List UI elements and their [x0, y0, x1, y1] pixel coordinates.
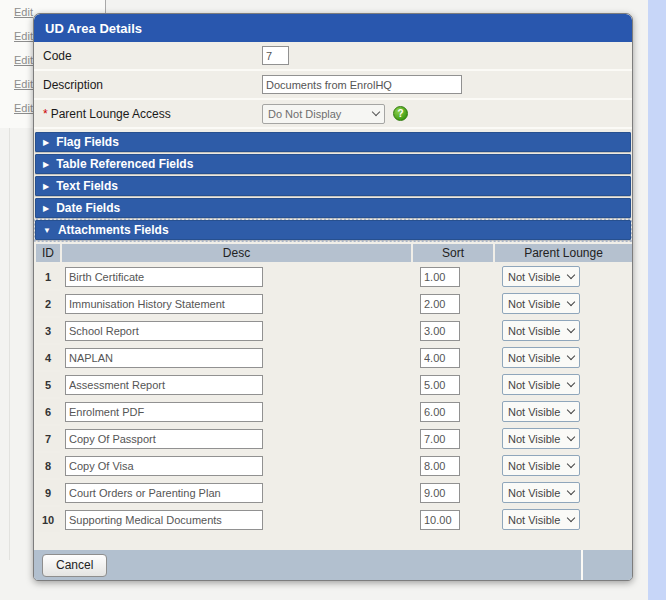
row-sort-cell [413, 453, 493, 478]
row-parent-lounge-selected-value: Not Visible [508, 352, 560, 364]
row-parent-lounge-selected-value: Not Visible [508, 487, 560, 499]
row-id: 9 [36, 480, 60, 505]
row-parent-lounge-selected-value: Not Visible [508, 325, 560, 337]
triangle-right-icon: ▶ [43, 182, 49, 191]
row-parent-lounge-cell: Not Visible [495, 264, 632, 289]
row-desc-input[interactable] [65, 348, 263, 368]
row-desc-input[interactable] [65, 375, 263, 395]
section-label: Text Fields [56, 179, 118, 193]
row-desc-cell [62, 399, 411, 424]
row-desc-cell [62, 453, 411, 478]
code-input[interactable] [262, 46, 289, 65]
chevron-down-icon [567, 325, 575, 333]
row-parent-lounge-select[interactable]: Not Visible [502, 401, 580, 422]
section-bar-text-fields[interactable]: ▶Text Fields [35, 176, 631, 196]
row-sort-input[interactable] [420, 348, 460, 368]
row-sort-cell [413, 291, 493, 316]
column-header-desc: Desc [62, 244, 411, 262]
row-desc-input[interactable] [65, 483, 263, 503]
row-parent-lounge-select[interactable]: Not Visible [502, 347, 580, 368]
row-desc-cell [62, 426, 411, 451]
row-desc-input[interactable] [65, 402, 263, 422]
row-parent-lounge-cell: Not Visible [495, 318, 632, 343]
row-parent-lounge-select[interactable]: Not Visible [502, 293, 580, 314]
chevron-down-icon [567, 487, 575, 495]
scrollbar-strip[interactable] [648, 0, 666, 600]
section-bar-flag-fields[interactable]: ▶Flag Fields [35, 132, 631, 152]
row-sort-input[interactable] [420, 267, 460, 287]
cancel-button[interactable]: Cancel [42, 554, 107, 577]
row-parent-lounge-cell: Not Visible [495, 453, 632, 478]
row-parent-lounge-selected-value: Not Visible [508, 271, 560, 283]
row-sort-input[interactable] [420, 510, 460, 530]
row-parent-lounge-select[interactable]: Not Visible [502, 320, 580, 341]
triangle-right-icon: ▶ [43, 204, 49, 213]
section-bar-attachments-fields[interactable]: ▼Attachments Fields [35, 220, 631, 240]
help-icon[interactable]: ? [393, 106, 408, 121]
row-sort-input[interactable] [420, 321, 460, 341]
row-parent-lounge-cell: Not Visible [495, 399, 632, 424]
chevron-down-icon [567, 379, 575, 387]
row-parent-lounge-select[interactable]: Not Visible [502, 374, 580, 395]
description-input[interactable] [262, 75, 462, 94]
section-label: Table Referenced Fields [56, 157, 193, 171]
row-sort-cell [413, 480, 493, 505]
ud-area-details-dialog: UD Area Details Code Description *Parent… [33, 13, 633, 581]
row-desc-input[interactable] [65, 429, 263, 449]
row-sort-input[interactable] [420, 375, 460, 395]
section-bar-date-fields[interactable]: ▶Date Fields [35, 198, 631, 218]
row-sort-cell [413, 399, 493, 424]
row-sort-cell [413, 507, 493, 532]
attachment-row: 6Not Visible [36, 399, 632, 424]
row-parent-lounge-cell: Not Visible [495, 345, 632, 370]
row-sort-input[interactable] [420, 483, 460, 503]
chevron-down-icon [567, 271, 575, 279]
section-bar-table-referenced-fields[interactable]: ▶Table Referenced Fields [35, 154, 631, 174]
column-header-sort: Sort [413, 244, 493, 262]
row-sort-cell [413, 372, 493, 397]
row-desc-cell [62, 480, 411, 505]
description-row: Description [34, 71, 632, 100]
row-desc-input[interactable] [65, 456, 263, 476]
attachments-table: ID Desc Sort Parent Lounge 1Not Visible2… [34, 242, 633, 534]
row-desc-cell [62, 345, 411, 370]
triangle-right-icon: ▶ [43, 138, 49, 147]
row-id: 8 [36, 453, 60, 478]
chevron-down-icon [567, 298, 575, 306]
row-id: 7 [36, 426, 60, 451]
row-parent-lounge-selected-value: Not Visible [508, 298, 560, 310]
parent-lounge-access-select[interactable]: Do Not Display [262, 104, 385, 124]
chevron-down-icon [567, 514, 575, 522]
row-parent-lounge-cell: Not Visible [495, 480, 632, 505]
row-sort-input[interactable] [420, 429, 460, 449]
row-parent-lounge-select[interactable]: Not Visible [502, 482, 580, 503]
chevron-down-icon [567, 352, 575, 360]
row-desc-input[interactable] [65, 510, 263, 530]
description-label: Description [34, 78, 262, 92]
row-parent-lounge-cell: Not Visible [495, 291, 632, 316]
collapsible-sections: ▶Flag Fields▶Table Referenced Fields▶Tex… [34, 130, 632, 240]
row-desc-input[interactable] [65, 321, 263, 341]
row-sort-cell [413, 345, 493, 370]
row-sort-input[interactable] [420, 402, 460, 422]
row-desc-input[interactable] [65, 267, 263, 287]
row-parent-lounge-select[interactable]: Not Visible [502, 509, 580, 530]
row-parent-lounge-select[interactable]: Not Visible [502, 266, 580, 287]
row-desc-cell [62, 291, 411, 316]
attachment-row: 10Not Visible [36, 507, 632, 532]
row-desc-cell [62, 264, 411, 289]
row-desc-cell [62, 507, 411, 532]
section-label: Flag Fields [56, 135, 119, 149]
attachment-row: 8Not Visible [36, 453, 632, 478]
row-id: 5 [36, 372, 60, 397]
parent-lounge-access-label: *Parent Lounge Access [34, 107, 262, 121]
triangle-right-icon: ▶ [43, 160, 49, 169]
row-parent-lounge-selected-value: Not Visible [508, 514, 560, 526]
row-parent-lounge-select[interactable]: Not Visible [502, 428, 580, 449]
row-parent-lounge-select[interactable]: Not Visible [502, 455, 580, 476]
row-sort-input[interactable] [420, 456, 460, 476]
attachments-table-header-row: ID Desc Sort Parent Lounge [36, 244, 632, 262]
row-desc-input[interactable] [65, 294, 263, 314]
row-sort-input[interactable] [420, 294, 460, 314]
chevron-down-icon [372, 108, 380, 116]
